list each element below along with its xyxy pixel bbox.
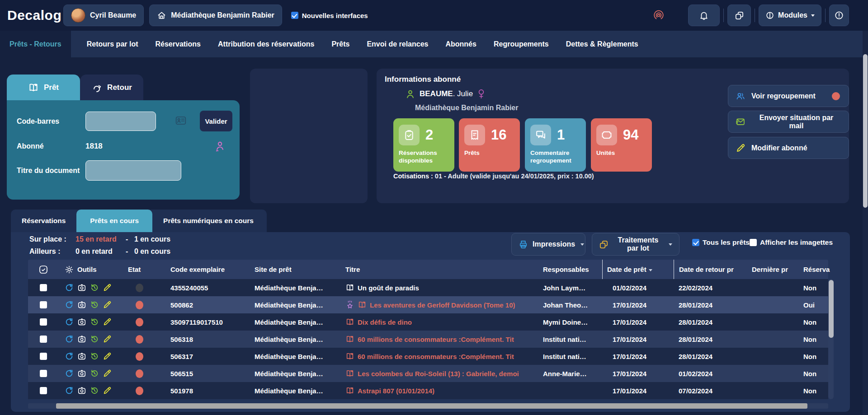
renew-loan-icon[interactable] <box>65 352 74 361</box>
nav-tab-5[interactable]: Prêts <box>323 31 358 57</box>
renew-loan-icon[interactable] <box>65 369 74 378</box>
renew-loan-icon[interactable] <box>65 300 74 309</box>
tab-retour[interactable]: Retour <box>80 75 143 100</box>
renew-loan-icon[interactable] <box>65 335 74 344</box>
col-date-retour[interactable]: Date de retour pr <box>674 260 741 279</box>
nav-tab-1[interactable]: Prêts - Retours <box>0 31 71 57</box>
member-stat-card[interactable]: 16 Prêts <box>459 118 520 172</box>
last-reminder <box>741 296 797 313</box>
new-interfaces-toggle[interactable]: Nouvelles interfaces <box>291 12 368 19</box>
select-all-checkbox[interactable] <box>28 260 59 279</box>
history-icon[interactable] <box>90 317 99 326</box>
nav-tab-3[interactable]: Réservations <box>147 31 210 57</box>
modules-button[interactable]: Modules <box>759 5 821 26</box>
camera-icon[interactable] <box>77 283 86 292</box>
show-thumbnails-checkbox[interactable] <box>750 239 757 246</box>
loans-tab-1[interactable]: Réservations <box>11 210 76 232</box>
edit-pencil-icon[interactable] <box>103 369 112 378</box>
camera-icon[interactable] <box>77 317 86 326</box>
member-stat-card[interactable]: 1 Commentaire regroupement <box>525 118 586 172</box>
edit-pencil-icon[interactable] <box>103 300 112 309</box>
history-icon[interactable] <box>90 386 99 395</box>
row-checkbox[interactable] <box>40 336 47 343</box>
document-title-input[interactable] <box>85 160 181 181</box>
stat-label: Commentaire regroupement <box>530 149 580 165</box>
page-scroll-thumb[interactable] <box>863 54 868 208</box>
barcode-input[interactable] <box>85 112 156 131</box>
member-stat-card[interactable]: 94 Unités <box>591 118 652 172</box>
history-icon[interactable] <box>90 335 99 344</box>
item-barcode: 35097119017510 <box>163 313 249 331</box>
validate-button[interactable]: Valider <box>200 111 232 131</box>
loans-tab-3[interactable]: Prêts numériques en cours <box>152 210 264 232</box>
history-icon[interactable] <box>90 369 99 378</box>
camera-icon[interactable] <box>77 352 86 361</box>
table-row[interactable]: 506318 Médiathèque Benja… 60 millions de… <box>28 331 828 348</box>
impressions-button[interactable]: Impressions <box>511 233 585 256</box>
col-responsables[interactable]: Responsables <box>540 260 602 279</box>
camera-icon[interactable] <box>77 369 86 378</box>
nav-tab-4[interactable]: Attribution des réservations <box>209 31 323 57</box>
col-reserva[interactable]: Réserva <box>797 260 828 279</box>
renew-loan-icon[interactable] <box>65 317 74 326</box>
row-checkbox[interactable] <box>40 370 47 377</box>
show-thumbnails-toggle[interactable]: Afficher les imagettes <box>750 238 833 247</box>
col-date-pret[interactable]: Date de prêt <box>602 260 674 279</box>
edit-pencil-icon[interactable] <box>103 317 112 326</box>
table-row[interactable]: 501978 Médiathèque Benja… Astrapi 807 (0… <box>28 382 828 399</box>
member-stat-card[interactable]: 2 Réservations disponibles <box>393 118 454 172</box>
vertical-scroll-thumb[interactable] <box>829 280 834 338</box>
table-row[interactable]: 35097119017510 Médiathèque Benja… Dix dé… <box>28 313 828 331</box>
history-icon[interactable] <box>90 283 99 292</box>
camera-icon[interactable] <box>77 386 86 395</box>
col-etat[interactable]: Etat <box>128 260 163 279</box>
renew-loan-icon[interactable] <box>65 283 74 292</box>
member-person-icon[interactable] <box>214 140 225 152</box>
col-titre[interactable]: Titre <box>341 260 540 279</box>
row-checkbox[interactable] <box>40 387 47 394</box>
all-loans-checkbox[interactable] <box>692 239 699 246</box>
horizontal-scroll-thumb[interactable] <box>56 403 807 409</box>
col-site[interactable]: Site de prêt <box>249 260 341 279</box>
notifications-button[interactable] <box>688 5 720 26</box>
edit-pencil-icon[interactable] <box>103 283 112 292</box>
row-checkbox[interactable] <box>40 353 47 360</box>
nav-tab-6[interactable]: Envoi de relances <box>358 31 437 57</box>
batch-actions-button[interactable]: Traitements par lot <box>592 233 679 256</box>
row-checkbox[interactable] <box>40 318 47 326</box>
row-checkbox[interactable] <box>40 301 47 308</box>
edit-pencil-icon[interactable] <box>103 386 112 395</box>
responsables: Institut nati… <box>540 331 602 348</box>
broadcast-icon[interactable] <box>653 9 665 21</box>
history-icon[interactable] <box>90 352 99 361</box>
edit-pencil-icon[interactable] <box>103 352 112 361</box>
all-loans-toggle[interactable]: Tous les prêts <box>692 238 750 247</box>
camera-icon[interactable] <box>77 300 86 309</box>
table-row[interactable]: 506515 Médiathèque Benja… Les colombes d… <box>28 365 828 382</box>
links-button[interactable] <box>727 5 751 26</box>
action-button[interactable]: Voir regroupement <box>728 85 849 107</box>
renew-loan-icon[interactable] <box>65 386 74 395</box>
current-user-chip[interactable]: Cyril Beaume <box>63 5 144 26</box>
tab-pret[interactable]: Prêt <box>7 75 80 100</box>
action-button[interactable]: Modifier abonné <box>728 137 849 159</box>
col-code[interactable]: Code exemplaire <box>163 260 249 279</box>
camera-icon[interactable] <box>77 335 86 344</box>
edit-pencil-icon[interactable] <box>103 335 112 344</box>
nav-tab-9[interactable]: Dettes & Règlements <box>557 31 647 57</box>
table-row[interactable]: 4355240055 Médiathèque Benja… Un goût de… <box>28 279 828 296</box>
action-button[interactable]: Envoyer situation par mail <box>728 111 849 133</box>
current-library-chip[interactable]: Médiathèque Benjamin Rabier <box>149 5 282 26</box>
table-row[interactable]: 506317 Médiathèque Benja… 60 millions de… <box>28 348 828 365</box>
nav-tab-8[interactable]: Regroupements <box>485 31 557 57</box>
nav-tab-2[interactable]: Retours par lot <box>78 31 147 57</box>
col-derniere[interactable]: Dernière pr <box>741 260 797 279</box>
table-row[interactable]: 500862 Médiathèque Benja… Les aventures … <box>28 296 828 313</box>
info-button[interactable] <box>829 5 849 26</box>
loans-tab-2[interactable]: Prêts en cours <box>76 210 152 232</box>
nav-tab-7[interactable]: Abonnés <box>437 31 485 57</box>
history-icon[interactable] <box>90 300 99 309</box>
row-checkbox[interactable] <box>40 284 47 291</box>
new-interfaces-checkbox[interactable] <box>291 12 298 19</box>
id-card-icon[interactable] <box>175 115 187 126</box>
